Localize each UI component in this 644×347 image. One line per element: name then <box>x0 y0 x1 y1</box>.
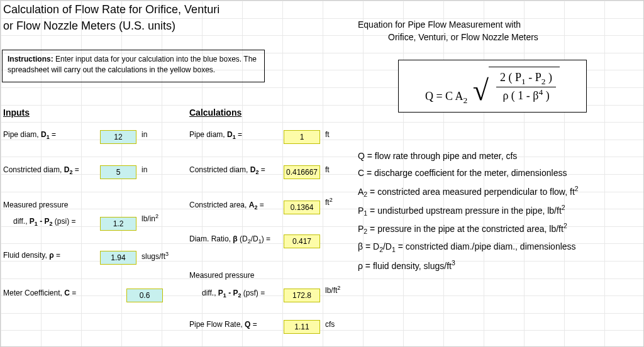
input-density-unit: slugs/ft3 <box>142 251 169 261</box>
input-pipe-diam-value[interactable]: 12 <box>100 130 136 144</box>
input-density-value[interactable]: 1.94 <box>100 251 136 265</box>
calc-dp-label: diff., P1 - P2 (psf) = <box>202 289 295 299</box>
input-coeff-label: Meter Coefficient, C = <box>3 289 104 297</box>
input-constricted-diam-unit: in <box>142 165 147 174</box>
calc-constricted-diam-unit: ft <box>325 165 330 174</box>
instructions-label: Instructions: <box>8 55 53 63</box>
calc-dp-title: Measured pressure <box>189 271 282 280</box>
def-q: Q = flow rate through pipe and meter, cf… <box>358 148 641 165</box>
calc-dp-value: 172.8 <box>284 289 320 302</box>
instructions-box: Instructions: Enter input data for your … <box>2 50 265 82</box>
input-pipe-diam-label: Pipe diam, D1 = <box>3 130 104 140</box>
calc-area-label: Constricted area, A2 = <box>189 201 282 211</box>
calc-flow-label: Pipe Flow Rate, Q = <box>189 320 282 329</box>
inputs-heading: Inputs <box>3 107 30 118</box>
input-constricted-diam-label: Constricted diam, D2 = <box>3 165 104 175</box>
calc-beta-value: 0.417 <box>284 234 320 248</box>
calc-pipe-diam-unit: ft <box>325 130 330 139</box>
calc-dp-unit: lb/ft2 <box>325 285 340 295</box>
def-a2: A2 = constricted area measured perpendic… <box>358 182 641 201</box>
input-dp-value[interactable]: 1.2 <box>100 217 136 231</box>
input-dp-label: diff., P1 - P2 (psi) = <box>13 217 114 227</box>
equation-title: Equation for Pipe Flow Measurement with <box>358 19 521 30</box>
calc-flow-value: 1.11 <box>284 320 320 334</box>
def-beta: β = D2/D1 = constricted diam./pipe diam.… <box>358 238 641 256</box>
calc-area-value: 0.1364 <box>284 201 320 214</box>
calc-area-unit: ft2 <box>325 197 333 207</box>
input-pipe-diam-unit: in <box>142 130 147 139</box>
input-density-label: Fluid density, ρ = <box>3 251 104 260</box>
input-dp-title: Measured pressure <box>3 201 104 209</box>
input-constricted-diam-value[interactable]: 5 <box>100 165 136 179</box>
calc-beta-label: Diam. Ratio, β (D2/D1) = <box>189 234 282 245</box>
equation-formula: Q = C A2 √ 2 ( P1 - P2 ) ρ ( 1 - β4 ) <box>425 67 560 106</box>
worksheet: Calculation of Flow Rate for Orifice, Ve… <box>0 0 644 347</box>
def-p1: P1 = undisturbed upstream pressure in th… <box>358 201 641 220</box>
calc-flow-unit: cfs <box>325 320 335 329</box>
equation-subtitle: Orifice, Venturi, or Flow Nozzle Meters <box>388 32 538 42</box>
page-title-line2: or Flow Nozzle Meters (U.S. units) <box>3 19 175 33</box>
input-dp-unit: lb/in2 <box>142 213 158 223</box>
equation-box: Q = C A2 √ 2 ( P1 - P2 ) ρ ( 1 - β4 ) <box>398 60 587 113</box>
calc-pipe-diam-label: Pipe diam, D1 = <box>189 130 282 140</box>
def-rho: ρ = fluid density, slugs/ft3 <box>358 256 641 275</box>
input-coeff-value[interactable]: 0.6 <box>126 289 163 302</box>
definitions-list: Q = flow rate through pipe and meter, cf… <box>358 148 641 275</box>
calculations-heading: Calculations <box>189 107 242 118</box>
calc-pipe-diam-value: 1 <box>284 130 320 144</box>
calc-constricted-diam-value: 0.416667 <box>284 165 320 179</box>
def-c: C = discharge coefficient for the meter,… <box>358 165 641 182</box>
page-title-line1: Calculation of Flow Rate for Orifice, Ve… <box>3 3 219 16</box>
calc-constricted-diam-label: Constricted diam, D2 = <box>189 165 282 175</box>
square-root-icon: √ <box>473 76 489 105</box>
def-p2: P2 = pressure in the pipe at the constri… <box>358 219 641 238</box>
